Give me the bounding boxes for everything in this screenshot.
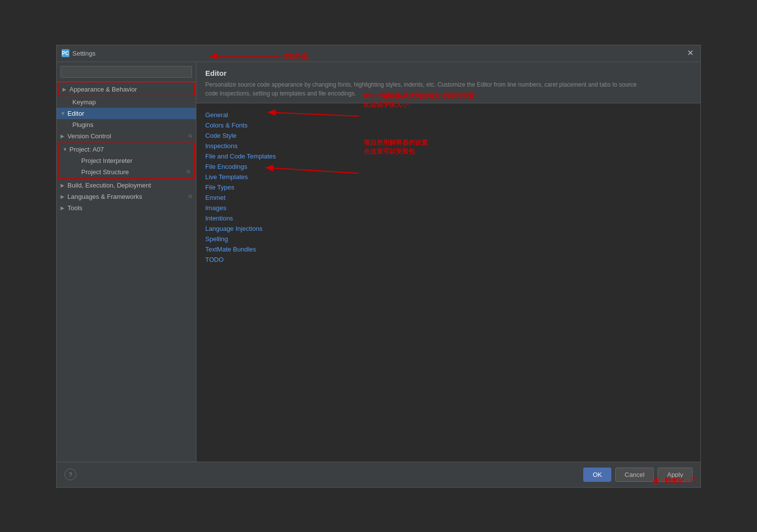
sidebar-item-version-control[interactable]: ▶ Version Control ⧉	[57, 130, 196, 142]
link-general[interactable]: General	[205, 111, 692, 119]
link-inspections[interactable]: Inspections	[205, 142, 692, 150]
dialog-title: Settings	[72, 50, 95, 57]
sidebar-item-label: Project Interpreter	[81, 157, 132, 164]
search-box	[57, 62, 196, 82]
sidebar-item-label: Build, Execution, Deployment	[67, 182, 151, 189]
copy-icon: ⧉	[187, 169, 190, 175]
ok-button[interactable]: OK	[583, 468, 611, 482]
main-panel: Editor Personalize source code appearanc…	[196, 62, 700, 462]
panel-links: General Colors & Fonts Code Style Inspec…	[196, 103, 700, 271]
sidebar-item-build[interactable]: ▶ Build, Execution, Deployment	[57, 180, 196, 191]
link-todo[interactable]: TODO	[205, 256, 692, 263]
expand-arrow: ▼	[63, 147, 69, 152]
link-code-style[interactable]: Code Style	[205, 132, 692, 139]
close-button[interactable]: ✕	[685, 49, 695, 57]
sidebar-item-editor[interactable]: ▼ Editor	[57, 108, 196, 119]
panel-title: Editor	[205, 69, 692, 77]
sidebar-item-label: Keymap	[72, 98, 96, 106]
sidebar-item-label: Editor	[67, 110, 84, 117]
apply-button[interactable]: Apply	[658, 468, 693, 482]
expand-arrow: ▼	[61, 111, 67, 116]
expand-arrow: ▶	[61, 205, 67, 211]
sidebar-item-project-structure[interactable]: Project Structure ⧉	[59, 166, 194, 178]
link-textmate-bundles[interactable]: TextMate Bundles	[205, 246, 692, 253]
title-bar-left: PC Settings	[62, 49, 95, 57]
sidebar-item-label: Appearance & Behavior	[69, 86, 137, 93]
sidebar-item-languages[interactable]: ▶ Languages & Frameworks ⧉	[57, 191, 196, 202]
link-intentions[interactable]: Intentions	[205, 215, 692, 222]
link-spelling[interactable]: Spelling	[205, 235, 692, 243]
sidebar-item-label: Tools	[67, 204, 82, 212]
copy-icon: ⧉	[189, 133, 192, 139]
panel-description: Personalize source code appearance by ch…	[205, 80, 648, 98]
sidebar-item-keymap[interactable]: Keymap	[57, 96, 196, 108]
expand-arrow: ▶	[61, 183, 67, 188]
sidebar-item-project[interactable]: ▼ Project: A07	[59, 144, 194, 155]
sidebar-item-plugins[interactable]: Plugins	[57, 119, 196, 130]
sidebar-item-tools[interactable]: ▶ Tools	[57, 202, 196, 214]
link-live-templates[interactable]: Live Templates	[205, 173, 692, 181]
link-images[interactable]: Images	[205, 204, 692, 212]
sidebar-item-label: Languages & Frameworks	[67, 193, 142, 200]
expand-arrow: ▶	[63, 87, 69, 92]
link-file-types[interactable]: File Types	[205, 184, 692, 191]
settings-dialog: PC Settings ✕ ▶ Appearance & Behavior Ke…	[56, 45, 701, 488]
link-language-injections[interactable]: Language Injections	[205, 225, 692, 232]
search-input[interactable]	[61, 66, 192, 78]
sidebar-item-label: Version Control	[67, 132, 111, 140]
cancel-button[interactable]: Cancel	[615, 468, 654, 482]
sidebar-item-appearance[interactable]: ▶ Appearance & Behavior	[58, 83, 195, 96]
link-colors-fonts[interactable]: Colors & Fonts	[205, 122, 692, 129]
help-button[interactable]: ?	[64, 469, 76, 480]
title-bar: PC Settings ✕	[57, 45, 700, 62]
button-group: OK Cancel Apply	[583, 468, 693, 482]
dialog-content: ▶ Appearance & Behavior Keymap ▼ Editor …	[57, 62, 700, 462]
link-file-code-templates[interactable]: File and Code Templates	[205, 153, 692, 160]
expand-arrow: ▶	[61, 133, 67, 139]
sidebar-item-label: Project Structure	[81, 168, 129, 176]
app-icon: PC	[62, 49, 69, 57]
bottom-bar: ? OK Cancel Apply	[57, 462, 700, 487]
sidebar: ▶ Appearance & Behavior Keymap ▼ Editor …	[57, 62, 196, 462]
expand-arrow: ▶	[61, 194, 67, 199]
link-emmet[interactable]: Emmet	[205, 194, 692, 201]
sidebar-item-project-interpreter[interactable]: Project Interpreter	[59, 155, 194, 166]
sidebar-item-label: Project: A07	[69, 146, 104, 153]
panel-header: Editor Personalize source code appearanc…	[196, 62, 700, 103]
copy-icon: ⧉	[189, 193, 192, 199]
link-file-encodings[interactable]: File Encodings	[205, 163, 692, 170]
sidebar-item-label: Plugins	[72, 121, 94, 128]
